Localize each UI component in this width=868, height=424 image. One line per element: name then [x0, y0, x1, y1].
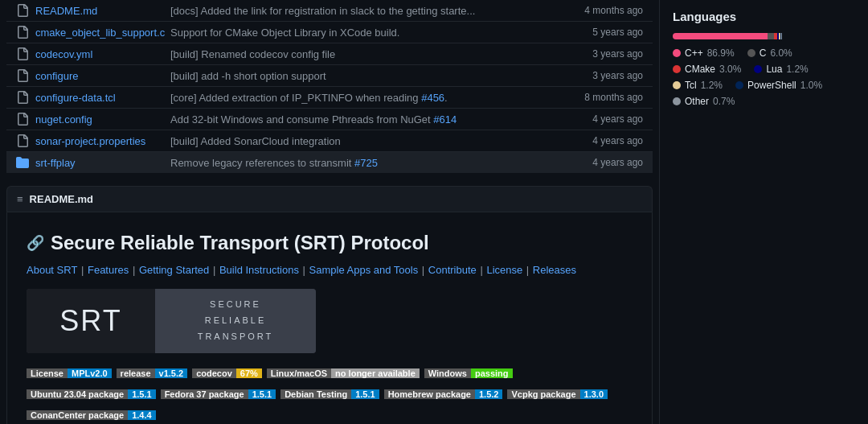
badges-row: Ubuntu 23.04 package1.5.1Fedora 37 packa…: [27, 387, 633, 401]
badge-right: 1.5.2: [475, 389, 502, 399]
file-commit: [docs] Added the link for registration i…: [170, 5, 564, 17]
sidebar-title: Languages: [673, 10, 855, 23]
badge-left: Homebrew package: [384, 389, 475, 399]
file-commit: Support for CMake Object Library in XCod…: [170, 27, 564, 39]
badge[interactable]: releasev1.5.2: [117, 366, 188, 381]
nav-separator: |: [419, 264, 428, 276]
lang-dot: [673, 49, 681, 57]
nav-separator: |: [78, 264, 87, 276]
readme-filename: README.md: [30, 193, 93, 205]
readme-title: 🔗 Secure Reliable Transport (SRT) Protoc…: [27, 232, 633, 254]
srt-tagline: SECURE RELIABLE TRANSPORT: [198, 297, 274, 344]
file-row: README.md[docs] Added the link for regis…: [6, 0, 653, 22]
readme-nav-link[interactable]: Sample Apps and Tools: [309, 264, 419, 276]
file-time: 3 years ago: [571, 70, 643, 81]
lang-item: C++86.9%: [673, 47, 735, 59]
lang-item: CMake3.0%: [673, 64, 741, 75]
badges-row: LicenseMPLv2.0releasev1.5.2codecov67%Lin…: [27, 366, 633, 381]
badge[interactable]: Fedora 37 package1.5.1: [161, 387, 276, 401]
file-commit: Add 32-bit Windows and consume Pthreads …: [170, 113, 564, 126]
nav-separator: |: [523, 264, 532, 276]
badge-right: 67%: [236, 368, 262, 378]
badge-right: 1.5.1: [128, 389, 155, 399]
badge-left: Debian Testing: [280, 389, 351, 399]
lang-pct: 1.0%: [800, 80, 822, 91]
lang-pct: 86.9%: [707, 47, 735, 59]
file-name[interactable]: srt-ffplay: [35, 157, 164, 169]
badge[interactable]: codecov67%: [192, 366, 262, 381]
file-time: 4 years ago: [571, 157, 643, 168]
badge-left: Fedora 37 package: [161, 389, 248, 399]
file-commit: [build] Added SonarCloud integration: [170, 135, 564, 147]
file-time: 5 years ago: [571, 27, 643, 38]
file-name[interactable]: sonar-project.properties: [35, 135, 164, 147]
file-commit: Remove legacy references to stransmit #7…: [170, 157, 564, 169]
file-row: cmake_object_lib_support.cSupport for CM…: [6, 22, 653, 43]
readme-nav-link[interactable]: Releases: [533, 264, 576, 276]
badge[interactable]: Debian Testing1.5.1: [280, 387, 379, 401]
readme-nav-link[interactable]: Contribute: [428, 264, 477, 276]
readme-nav-link[interactable]: About SRT: [27, 264, 77, 276]
readme-nav-link[interactable]: Features: [88, 264, 129, 276]
file-icon: [16, 26, 29, 39]
badge-left: Linux/macOS: [267, 368, 331, 378]
lang-bar-segment: [673, 33, 768, 39]
lang-item: Tcl1.2%: [673, 80, 723, 91]
nav-separator: |: [477, 264, 486, 276]
file-icon: [16, 69, 29, 82]
file-row: srt-ffplayRemove legacy references to st…: [6, 152, 653, 173]
file-name[interactable]: configure-data.tcl: [35, 92, 164, 104]
lang-pct: 3.0%: [719, 64, 741, 75]
lang-name: Lua: [766, 64, 782, 75]
badge[interactable]: LicenseMPLv2.0: [27, 366, 112, 381]
file-name[interactable]: nuget.config: [35, 113, 164, 126]
badge[interactable]: Homebrew package1.5.2: [384, 387, 503, 401]
nav-separator: |: [300, 264, 309, 276]
badge-right: no longer available: [331, 368, 420, 378]
badge[interactable]: Ubuntu 23.04 package1.5.1: [27, 387, 156, 401]
file-row: configure-data.tcl[core] Added extractio…: [6, 87, 653, 109]
badge-left: Vcpkg package: [507, 389, 579, 399]
lang-pct: 1.2%: [786, 64, 808, 75]
file-table: README.md[docs] Added the link for regis…: [6, 0, 653, 173]
lang-dot: [673, 97, 681, 105]
lang-dot: [747, 49, 755, 57]
lang-bar-segment: [781, 33, 782, 39]
readme-nav-link[interactable]: License: [486, 264, 522, 276]
lang-dot: [673, 81, 681, 89]
badges-row: ConanCenter package1.4.4: [27, 408, 633, 422]
file-icon: [16, 47, 29, 60]
badge[interactable]: Linux/macOSno longer available: [267, 366, 420, 381]
lang-pct: 0.7%: [713, 96, 735, 107]
badge-left: License: [27, 368, 68, 378]
badge[interactable]: ConanCenter package1.4.4: [27, 408, 156, 422]
lang-item: Lua1.2%: [754, 64, 808, 75]
readme-nav-link[interactable]: Getting Started: [139, 264, 209, 276]
file-time: 4 years ago: [571, 135, 643, 146]
file-commit: [build] Renamed codecov config file: [170, 48, 564, 60]
badge-left: ConanCenter package: [27, 410, 128, 420]
badge-right: passing: [471, 368, 513, 378]
link-icon: 🔗: [27, 234, 44, 252]
badge-left: release: [117, 368, 155, 378]
file-row: codecov.yml[build] Renamed codecov confi…: [6, 43, 653, 65]
file-name[interactable]: README.md: [35, 5, 164, 17]
badge-left: Windows: [424, 368, 471, 378]
badge-left: codecov: [192, 368, 236, 378]
file-name[interactable]: cmake_object_lib_support.c: [35, 27, 164, 39]
file-time: 4 years ago: [571, 113, 643, 125]
lang-pct: 6.0%: [770, 47, 792, 59]
lang-item: Other0.7%: [673, 96, 735, 107]
badge[interactable]: Windowspassing: [424, 366, 513, 381]
lang-name: Other: [685, 96, 709, 107]
file-time: 8 months ago: [571, 92, 643, 103]
readme-header: ≡ README.md: [6, 186, 653, 212]
file-row: sonar-project.properties[build] Added So…: [6, 130, 653, 152]
readme-nav-link[interactable]: Build Instructions: [219, 264, 299, 276]
badge[interactable]: Vcpkg package1.3.0: [507, 387, 608, 401]
srt-banner: SRT SECURE RELIABLE TRANSPORT: [27, 289, 316, 353]
file-name[interactable]: configure: [35, 70, 164, 82]
srt-logo-left: SRT: [27, 289, 155, 353]
lang-pct: 1.2%: [701, 80, 723, 91]
file-name[interactable]: codecov.yml: [35, 48, 164, 60]
